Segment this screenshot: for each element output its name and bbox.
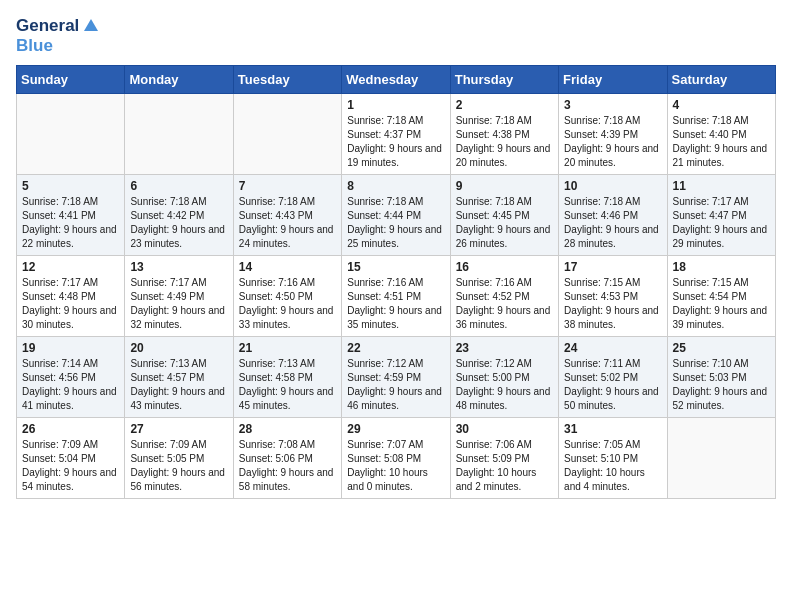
day-number: 30 — [456, 422, 553, 436]
sunset-text: Sunset: 4:49 PM — [130, 291, 204, 302]
sunset-text: Sunset: 5:00 PM — [456, 372, 530, 383]
sunrise-text: Sunrise: 7:14 AM — [22, 358, 98, 369]
daylight-text: Daylight: 9 hours and 41 minutes. — [22, 386, 117, 411]
day-info: Sunrise: 7:18 AM Sunset: 4:41 PM Dayligh… — [22, 195, 119, 251]
day-info: Sunrise: 7:15 AM Sunset: 4:53 PM Dayligh… — [564, 276, 661, 332]
day-info: Sunrise: 7:18 AM Sunset: 4:38 PM Dayligh… — [456, 114, 553, 170]
daylight-text: Daylight: 9 hours and 32 minutes. — [130, 305, 225, 330]
day-cell-3-1: 12 Sunrise: 7:17 AM Sunset: 4:48 PM Dayl… — [17, 256, 125, 337]
sunset-text: Sunset: 5:02 PM — [564, 372, 638, 383]
sunrise-text: Sunrise: 7:18 AM — [456, 115, 532, 126]
daylight-text: Daylight: 9 hours and 20 minutes. — [456, 143, 551, 168]
sunset-text: Sunset: 4:43 PM — [239, 210, 313, 221]
day-info: Sunrise: 7:17 AM Sunset: 4:49 PM Dayligh… — [130, 276, 227, 332]
daylight-text: Daylight: 9 hours and 29 minutes. — [673, 224, 768, 249]
day-number: 17 — [564, 260, 661, 274]
day-info: Sunrise: 7:13 AM Sunset: 4:57 PM Dayligh… — [130, 357, 227, 413]
day-cell-5-6: 31 Sunrise: 7:05 AM Sunset: 5:10 PM Dayl… — [559, 418, 667, 499]
day-info: Sunrise: 7:16 AM Sunset: 4:52 PM Dayligh… — [456, 276, 553, 332]
day-cell-4-3: 21 Sunrise: 7:13 AM Sunset: 4:58 PM Dayl… — [233, 337, 341, 418]
daylight-text: Daylight: 9 hours and 21 minutes. — [673, 143, 768, 168]
day-number: 19 — [22, 341, 119, 355]
day-cell-3-6: 17 Sunrise: 7:15 AM Sunset: 4:53 PM Dayl… — [559, 256, 667, 337]
day-cell-4-7: 25 Sunrise: 7:10 AM Sunset: 5:03 PM Dayl… — [667, 337, 775, 418]
logo-triangle-icon — [82, 17, 100, 35]
day-info: Sunrise: 7:09 AM Sunset: 5:05 PM Dayligh… — [130, 438, 227, 494]
sunset-text: Sunset: 4:51 PM — [347, 291, 421, 302]
day-cell-5-5: 30 Sunrise: 7:06 AM Sunset: 5:09 PM Dayl… — [450, 418, 558, 499]
day-info: Sunrise: 7:11 AM Sunset: 5:02 PM Dayligh… — [564, 357, 661, 413]
day-cell-1-3 — [233, 94, 341, 175]
day-number: 12 — [22, 260, 119, 274]
sunrise-text: Sunrise: 7:18 AM — [673, 115, 749, 126]
day-cell-1-2 — [125, 94, 233, 175]
sunset-text: Sunset: 4:48 PM — [22, 291, 96, 302]
sunrise-text: Sunrise: 7:18 AM — [239, 196, 315, 207]
header-saturday: Saturday — [667, 66, 775, 94]
sunset-text: Sunset: 4:40 PM — [673, 129, 747, 140]
sunset-text: Sunset: 4:50 PM — [239, 291, 313, 302]
daylight-text: Daylight: 9 hours and 43 minutes. — [130, 386, 225, 411]
sunset-text: Sunset: 4:56 PM — [22, 372, 96, 383]
day-cell-1-1 — [17, 94, 125, 175]
day-cell-2-1: 5 Sunrise: 7:18 AM Sunset: 4:41 PM Dayli… — [17, 175, 125, 256]
daylight-text: Daylight: 9 hours and 22 minutes. — [22, 224, 117, 249]
day-info: Sunrise: 7:17 AM Sunset: 4:48 PM Dayligh… — [22, 276, 119, 332]
sunset-text: Sunset: 5:04 PM — [22, 453, 96, 464]
daylight-text: Daylight: 9 hours and 26 minutes. — [456, 224, 551, 249]
sunrise-text: Sunrise: 7:15 AM — [564, 277, 640, 288]
day-number: 9 — [456, 179, 553, 193]
day-number: 5 — [22, 179, 119, 193]
day-number: 11 — [673, 179, 770, 193]
day-cell-5-1: 26 Sunrise: 7:09 AM Sunset: 5:04 PM Dayl… — [17, 418, 125, 499]
sunrise-text: Sunrise: 7:18 AM — [347, 196, 423, 207]
day-number: 26 — [22, 422, 119, 436]
daylight-text: Daylight: 9 hours and 50 minutes. — [564, 386, 659, 411]
day-cell-5-4: 29 Sunrise: 7:07 AM Sunset: 5:08 PM Dayl… — [342, 418, 450, 499]
daylight-text: Daylight: 9 hours and 20 minutes. — [564, 143, 659, 168]
day-number: 3 — [564, 98, 661, 112]
daylight-text: Daylight: 9 hours and 36 minutes. — [456, 305, 551, 330]
sunrise-text: Sunrise: 7:11 AM — [564, 358, 640, 369]
header-sunday: Sunday — [17, 66, 125, 94]
week-row-4: 19 Sunrise: 7:14 AM Sunset: 4:56 PM Dayl… — [17, 337, 776, 418]
day-cell-2-3: 7 Sunrise: 7:18 AM Sunset: 4:43 PM Dayli… — [233, 175, 341, 256]
sunrise-text: Sunrise: 7:09 AM — [22, 439, 98, 450]
day-info: Sunrise: 7:15 AM Sunset: 4:54 PM Dayligh… — [673, 276, 770, 332]
day-number: 29 — [347, 422, 444, 436]
daylight-text: Daylight: 9 hours and 52 minutes. — [673, 386, 768, 411]
day-info: Sunrise: 7:12 AM Sunset: 5:00 PM Dayligh… — [456, 357, 553, 413]
sunset-text: Sunset: 5:09 PM — [456, 453, 530, 464]
day-info: Sunrise: 7:18 AM Sunset: 4:37 PM Dayligh… — [347, 114, 444, 170]
day-info: Sunrise: 7:18 AM Sunset: 4:42 PM Dayligh… — [130, 195, 227, 251]
sunset-text: Sunset: 4:45 PM — [456, 210, 530, 221]
sunset-text: Sunset: 4:39 PM — [564, 129, 638, 140]
day-number: 20 — [130, 341, 227, 355]
day-number: 23 — [456, 341, 553, 355]
sunset-text: Sunset: 4:52 PM — [456, 291, 530, 302]
daylight-text: Daylight: 10 hours and 2 minutes. — [456, 467, 537, 492]
day-cell-5-3: 28 Sunrise: 7:08 AM Sunset: 5:06 PM Dayl… — [233, 418, 341, 499]
day-cell-4-2: 20 Sunrise: 7:13 AM Sunset: 4:57 PM Dayl… — [125, 337, 233, 418]
sunrise-text: Sunrise: 7:18 AM — [564, 196, 640, 207]
daylight-text: Daylight: 9 hours and 24 minutes. — [239, 224, 334, 249]
sunrise-text: Sunrise: 7:17 AM — [22, 277, 98, 288]
day-cell-3-4: 15 Sunrise: 7:16 AM Sunset: 4:51 PM Dayl… — [342, 256, 450, 337]
daylight-text: Daylight: 9 hours and 56 minutes. — [130, 467, 225, 492]
sunrise-text: Sunrise: 7:07 AM — [347, 439, 423, 450]
sunrise-text: Sunrise: 7:16 AM — [347, 277, 423, 288]
weekday-header-row: SundayMondayTuesdayWednesdayThursdayFrid… — [17, 66, 776, 94]
svg-marker-0 — [84, 19, 98, 31]
day-info: Sunrise: 7:06 AM Sunset: 5:09 PM Dayligh… — [456, 438, 553, 494]
day-cell-3-7: 18 Sunrise: 7:15 AM Sunset: 4:54 PM Dayl… — [667, 256, 775, 337]
day-info: Sunrise: 7:12 AM Sunset: 4:59 PM Dayligh… — [347, 357, 444, 413]
daylight-text: Daylight: 10 hours and 0 minutes. — [347, 467, 428, 492]
day-cell-2-2: 6 Sunrise: 7:18 AM Sunset: 4:42 PM Dayli… — [125, 175, 233, 256]
day-number: 22 — [347, 341, 444, 355]
sunrise-text: Sunrise: 7:08 AM — [239, 439, 315, 450]
sunset-text: Sunset: 4:37 PM — [347, 129, 421, 140]
day-info: Sunrise: 7:18 AM Sunset: 4:39 PM Dayligh… — [564, 114, 661, 170]
day-number: 8 — [347, 179, 444, 193]
week-row-2: 5 Sunrise: 7:18 AM Sunset: 4:41 PM Dayli… — [17, 175, 776, 256]
sunrise-text: Sunrise: 7:09 AM — [130, 439, 206, 450]
